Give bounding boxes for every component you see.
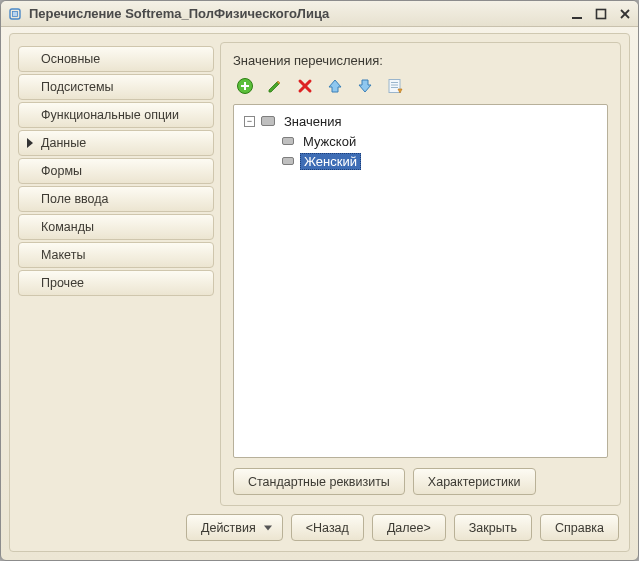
window-frame: Перечисление Softrema_ПолФизическогоЛица… — [0, 0, 639, 561]
sidebar-item-subsystems[interactable]: Подсистемы — [18, 74, 214, 100]
svg-rect-1 — [13, 11, 18, 16]
sidebar-item-label: Прочее — [41, 276, 84, 290]
title-bar[interactable]: Перечисление Softrema_ПолФизическогоЛица — [1, 1, 638, 27]
add-button[interactable] — [235, 76, 255, 96]
next-button[interactable]: Далее> — [372, 514, 446, 541]
characteristics-button[interactable]: Характеристики — [413, 468, 536, 495]
sidebar-item-forms[interactable]: Формы — [18, 158, 214, 184]
button-label: Закрыть — [469, 521, 517, 535]
item-icon — [282, 157, 294, 165]
delete-button[interactable] — [295, 76, 315, 96]
close-button[interactable] — [618, 7, 632, 21]
sidebar-item-label: Основные — [41, 52, 100, 66]
folder-icon — [261, 116, 275, 126]
sidebar-item-main[interactable]: Основные — [18, 46, 214, 72]
sidebar: Основные Подсистемы Функциональные опции… — [18, 42, 214, 506]
edit-button[interactable] — [265, 76, 285, 96]
back-button[interactable]: <Назад — [291, 514, 364, 541]
tree-item-label: Мужской — [300, 134, 359, 149]
close-window-button[interactable]: Закрыть — [454, 514, 532, 541]
panel-label: Значения перечисления: — [233, 53, 608, 68]
tree-root-label: Значения — [281, 114, 344, 129]
tree-item[interactable]: Женский — [238, 151, 603, 171]
button-label: <Назад — [306, 521, 349, 535]
move-down-button[interactable] — [355, 76, 375, 96]
sidebar-item-label: Поле ввода — [41, 192, 108, 206]
content-panel: Значения перечисления: — [220, 42, 621, 506]
button-label: Далее> — [387, 521, 431, 535]
app-icon — [7, 6, 23, 22]
sidebar-item-commands[interactable]: Команды — [18, 214, 214, 240]
sidebar-item-label: Данные — [41, 136, 86, 150]
button-label: Справка — [555, 521, 604, 535]
sidebar-item-label: Макеты — [41, 248, 85, 262]
sidebar-item-other[interactable]: Прочее — [18, 270, 214, 296]
svg-rect-11 — [389, 80, 400, 93]
standard-requisites-button[interactable]: Стандартные реквизиты — [233, 468, 405, 495]
sidebar-item-label: Команды — [41, 220, 94, 234]
sidebar-item-data[interactable]: Данные — [18, 130, 214, 156]
svg-rect-8 — [241, 85, 249, 87]
collapse-icon[interactable]: − — [244, 116, 255, 127]
sidebar-item-label: Формы — [41, 164, 82, 178]
actions-dropdown[interactable]: Действия — [186, 514, 283, 541]
tree-item[interactable]: Мужской — [238, 131, 603, 151]
move-up-button[interactable] — [325, 76, 345, 96]
list-button[interactable] — [385, 76, 405, 96]
button-label: Характеристики — [428, 475, 521, 489]
button-label: Действия — [201, 521, 256, 535]
window-title: Перечисление Softrema_ПолФизическогоЛица — [29, 6, 570, 21]
footer: Действия <Назад Далее> Закрыть Справка — [18, 514, 621, 541]
sidebar-item-label: Функциональные опции — [41, 108, 179, 122]
maximize-button[interactable] — [594, 7, 608, 21]
button-label: Стандартные реквизиты — [248, 475, 390, 489]
minimize-button[interactable] — [570, 7, 584, 21]
tree-root-row[interactable]: − Значения — [238, 111, 603, 131]
tree-item-label: Женский — [300, 153, 361, 170]
toolbar — [233, 76, 608, 96]
svg-rect-2 — [572, 17, 582, 19]
sidebar-item-input-field[interactable]: Поле ввода — [18, 186, 214, 212]
sidebar-item-functional-options[interactable]: Функциональные опции — [18, 102, 214, 128]
help-button[interactable]: Справка — [540, 514, 619, 541]
svg-rect-3 — [597, 9, 606, 18]
sidebar-item-layouts[interactable]: Макеты — [18, 242, 214, 268]
sidebar-item-label: Подсистемы — [41, 80, 114, 94]
values-tree[interactable]: − Значения Мужской Женский — [233, 104, 608, 458]
item-icon — [282, 137, 294, 145]
